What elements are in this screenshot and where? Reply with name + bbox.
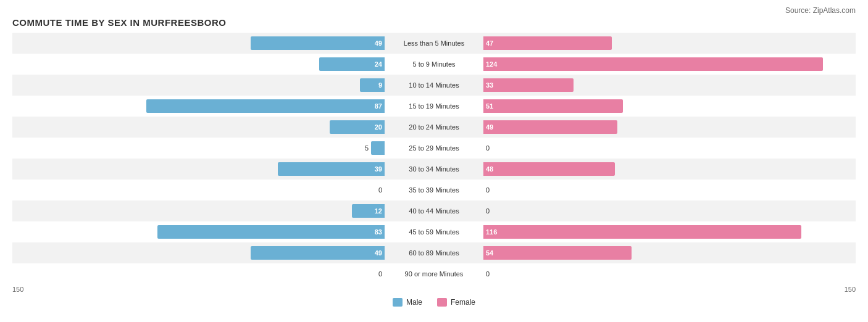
table-row: 49 Less than 5 Minutes 47 xyxy=(12,33,856,54)
female-value: 0 xyxy=(486,270,498,278)
bars-wrapper: 49 60 to 89 Minutes 54 xyxy=(12,242,856,263)
bar-male: 49 xyxy=(251,36,385,50)
center-label: Less than 5 Minutes xyxy=(385,33,483,54)
bar-male: 83 xyxy=(157,225,385,239)
half-left: 24 xyxy=(12,54,385,75)
legend-male-label: Male xyxy=(406,298,422,307)
male-value: 0 xyxy=(370,270,382,278)
center-label: 25 to 29 Minutes xyxy=(385,138,483,159)
center-label: 20 to 24 Minutes xyxy=(385,117,483,138)
half-left: 5 xyxy=(12,138,385,159)
half-right: 0 xyxy=(483,138,856,159)
female-value: 0 xyxy=(486,186,498,194)
table-row: 20 20 to 24 Minutes 49 xyxy=(12,117,856,138)
center-label: 5 to 9 Minutes xyxy=(385,54,483,75)
legend-female-label: Female xyxy=(451,298,475,307)
bar-female: 124 xyxy=(483,57,823,71)
bar-female: 47 xyxy=(483,36,612,50)
center-label: 15 to 19 Minutes xyxy=(385,96,483,117)
bars-wrapper: 12 40 to 44 Minutes 0 xyxy=(12,200,856,221)
legend-male: Male xyxy=(393,298,422,307)
half-left: 49 xyxy=(12,242,385,263)
bars-wrapper: 87 15 to 19 Minutes 51 xyxy=(12,96,856,117)
female-value: 0 xyxy=(486,144,498,152)
table-row: 39 30 to 34 Minutes 48 xyxy=(12,159,856,180)
half-left: 39 xyxy=(12,159,385,180)
bars-wrapper: 49 Less than 5 Minutes 47 xyxy=(12,33,856,54)
bar-male xyxy=(371,141,385,155)
legend-male-box xyxy=(393,298,403,307)
center-label: 30 to 34 Minutes xyxy=(385,159,483,180)
bars-wrapper: 20 20 to 24 Minutes 49 xyxy=(12,117,856,138)
table-row: 24 5 to 9 Minutes 124 xyxy=(12,54,856,75)
center-label: 90 or more Minutes xyxy=(385,263,483,284)
axis-labels: 150 150 xyxy=(12,286,856,293)
table-row: 87 15 to 19 Minutes 51 xyxy=(12,96,856,117)
half-left: 0 xyxy=(12,180,385,200)
half-right: 47 xyxy=(483,33,856,54)
bar-female: 54 xyxy=(483,246,632,260)
legend: Male Female xyxy=(12,298,856,307)
table-row: 0 35 to 39 Minutes 0 xyxy=(12,180,856,200)
male-value: 0 xyxy=(370,186,382,194)
axis-right: 150 xyxy=(845,286,856,293)
half-left: 49 xyxy=(12,33,385,54)
chart-wrapper: 49 Less than 5 Minutes 47 24 5 to 9 Minu… xyxy=(12,33,856,293)
half-right: 0 xyxy=(483,200,856,221)
bar-female: 116 xyxy=(483,225,801,239)
bar-male: 24 xyxy=(319,57,385,71)
female-value: 0 xyxy=(486,207,498,215)
half-right: 48 xyxy=(483,159,856,180)
half-left: 12 xyxy=(12,200,385,221)
half-right: 49 xyxy=(483,117,856,138)
half-right: 0 xyxy=(483,263,856,284)
bar-female: 51 xyxy=(483,99,623,113)
table-row: 5 25 to 29 Minutes 0 xyxy=(12,138,856,159)
legend-female-box xyxy=(437,298,447,307)
bars-wrapper: 39 30 to 34 Minutes 48 xyxy=(12,159,856,180)
center-label: 60 to 89 Minutes xyxy=(385,242,483,263)
bars-wrapper: 5 25 to 29 Minutes 0 xyxy=(12,138,856,159)
half-right: 116 xyxy=(483,221,856,242)
half-left: 83 xyxy=(12,221,385,242)
bar-male: 20 xyxy=(330,120,385,134)
bar-female: 48 xyxy=(483,162,615,176)
legend-female: Female xyxy=(437,298,475,307)
table-row: 0 90 or more Minutes 0 xyxy=(12,263,856,284)
table-row: 83 45 to 59 Minutes 116 xyxy=(12,221,856,242)
table-row: 49 60 to 89 Minutes 54 xyxy=(12,242,856,263)
page-container: Source: ZipAtlas.com COMMUTE TIME BY SEX… xyxy=(12,6,856,307)
half-left: 87 xyxy=(12,96,385,117)
bars-wrapper: 83 45 to 59 Minutes 116 xyxy=(12,221,856,242)
half-left: 20 xyxy=(12,117,385,138)
bar-male: 87 xyxy=(146,99,385,113)
bars-wrapper: 9 10 to 14 Minutes 33 xyxy=(12,75,856,96)
bars-wrapper: 24 5 to 9 Minutes 124 xyxy=(12,54,856,75)
source-label: Source: ZipAtlas.com xyxy=(12,6,856,15)
half-right: 124 xyxy=(483,54,856,75)
half-right: 51 xyxy=(483,96,856,117)
half-right: 54 xyxy=(483,242,856,263)
center-label: 40 to 44 Minutes xyxy=(385,200,483,221)
center-label: 35 to 39 Minutes xyxy=(385,180,483,200)
bar-female: 49 xyxy=(483,120,617,134)
table-row: 12 40 to 44 Minutes 0 xyxy=(12,200,856,221)
axis-left: 150 xyxy=(12,286,23,293)
table-row: 9 10 to 14 Minutes 33 xyxy=(12,75,856,96)
rows-area: 49 Less than 5 Minutes 47 24 5 to 9 Minu… xyxy=(12,33,856,284)
center-label: 45 to 59 Minutes xyxy=(385,221,483,242)
half-right: 0 xyxy=(483,180,856,200)
bars-wrapper: 0 90 or more Minutes 0 xyxy=(12,263,856,284)
bar-male: 49 xyxy=(251,246,385,260)
bar-male: 39 xyxy=(278,162,385,176)
bar-female: 33 xyxy=(483,78,574,92)
male-value: 5 xyxy=(356,144,369,152)
chart-title: COMMUTE TIME BY SEX IN MURFREESBORO xyxy=(12,17,856,28)
bars-wrapper: 0 35 to 39 Minutes 0 xyxy=(12,180,856,200)
center-label: 10 to 14 Minutes xyxy=(385,75,483,96)
bar-male: 12 xyxy=(352,204,385,218)
half-left: 0 xyxy=(12,263,385,284)
half-right: 33 xyxy=(483,75,856,96)
bar-male: 9 xyxy=(360,78,385,92)
half-left: 9 xyxy=(12,75,385,96)
